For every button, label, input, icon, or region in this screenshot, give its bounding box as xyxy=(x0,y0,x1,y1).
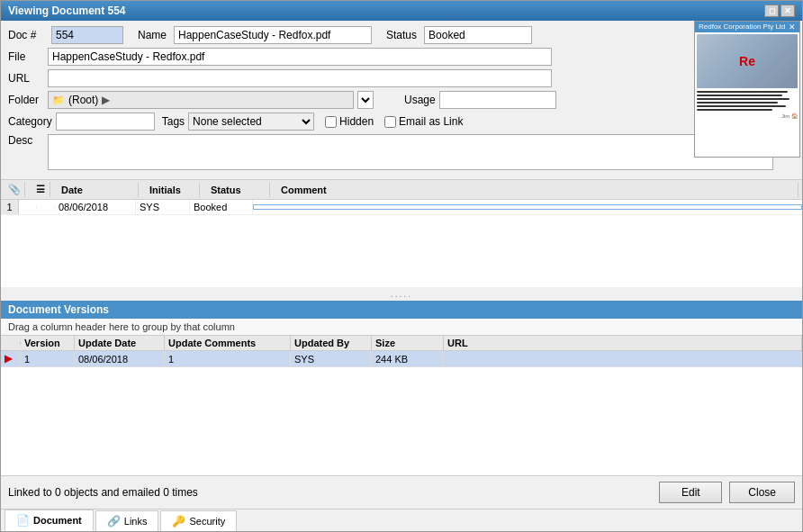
list-icon: ☰ xyxy=(36,184,45,194)
document-tab-icon: 📄 xyxy=(16,514,30,527)
category-label: Category xyxy=(8,115,52,128)
history-cell-attachment xyxy=(19,205,37,209)
folder-row: Folder 📁 (Root) ▶ ▼ Usage xyxy=(8,91,795,109)
linked-emails-count: 0 xyxy=(163,486,169,499)
email-as-link-checkbox[interactable] xyxy=(384,116,396,128)
category-row: Category Tags None selected Hidden Email… xyxy=(8,113,795,131)
desc-textarea[interactable] xyxy=(48,134,773,170)
bottom-bar: Linked to 0 objects and emailed 0 times … xyxy=(1,475,802,509)
versions-col-update-comments[interactable]: Update Comments xyxy=(165,336,291,350)
close-button[interactable]: ✕ xyxy=(780,5,795,17)
doc-row: Doc # Name Status xyxy=(8,26,795,44)
history-col-date: Date xyxy=(58,183,139,197)
doc-input[interactable] xyxy=(51,26,123,44)
form-section: Doc # Name Status File URL xyxy=(1,21,802,179)
versions-row[interactable]: ▶ 1 08/06/2018 1 SYS 244 KB xyxy=(1,351,802,367)
file-input[interactable] xyxy=(48,48,552,66)
versions-col-updated-by[interactable]: Updated By xyxy=(291,336,372,350)
close-button-bottom[interactable]: Close xyxy=(729,482,795,503)
folder-select[interactable]: ▼ xyxy=(357,91,374,109)
versions-cell-size: 244 KB xyxy=(372,352,444,366)
versions-col-version[interactable]: Version xyxy=(21,336,75,350)
hidden-checkbox[interactable] xyxy=(325,116,337,128)
title-bar: Viewing Document 554 ◻ ✕ xyxy=(1,1,802,21)
file-row: File xyxy=(8,48,795,66)
versions-col-size[interactable]: Size xyxy=(372,336,444,350)
versions-cell-date: 08/06/2018 xyxy=(75,352,165,366)
content-area: Doc # Name Status File URL xyxy=(1,21,802,531)
history-col-comment: Comment xyxy=(277,183,798,197)
tags-select[interactable]: None selected xyxy=(188,113,314,131)
tab-security[interactable]: 🔑 Security xyxy=(160,510,237,531)
versions-col-header: Version Update Date Update Comments Upda… xyxy=(1,336,802,351)
hidden-checkbox-label: Hidden xyxy=(325,115,374,128)
preview-title-bar: Redfox Corporation Pty Ltd ✕ xyxy=(695,22,799,32)
linked-objects-count: 0 xyxy=(55,486,61,499)
folder-label: Folder xyxy=(8,94,44,106)
history-col-list: ☰ xyxy=(32,182,50,197)
preview-close-button[interactable]: ✕ xyxy=(789,23,796,32)
tab-links-label: Links xyxy=(124,516,148,527)
history-row: 1 08/06/2018 SYS Booked xyxy=(1,200,802,215)
tags-label: Tags xyxy=(162,115,185,128)
versions-col-update-date[interactable]: Update Date xyxy=(75,336,165,350)
resize-dots: ..... xyxy=(391,289,412,299)
linked-info: Linked to 0 objects and emailed 0 times xyxy=(8,486,198,499)
usage-input[interactable] xyxy=(439,91,556,109)
history-cell-status: Booked xyxy=(190,200,253,214)
folder-icon: 📁 xyxy=(52,95,65,106)
name-input[interactable] xyxy=(174,26,372,44)
history-cell-comment[interactable] xyxy=(253,204,802,210)
file-label: File xyxy=(8,50,44,63)
url-row: URL xyxy=(8,69,795,87)
preview-img-text: Re xyxy=(739,54,755,68)
links-tab-icon: 🔗 xyxy=(107,515,121,527)
versions-col-url[interactable]: URL xyxy=(444,336,802,350)
history-cell-initials: SYS xyxy=(136,200,190,214)
versions-cell-version: 1 xyxy=(21,352,75,366)
versions-list: ▶ 1 08/06/2018 1 SYS 244 KB xyxy=(1,351,802,475)
tab-bar: 📄 Document 🔗 Links 🔑 Security xyxy=(1,509,802,531)
email-as-link-checkbox-label: Email as Link xyxy=(384,115,463,128)
form-wrapper: Doc # Name Status File URL xyxy=(1,21,802,179)
versions-cell-url xyxy=(444,357,802,361)
edit-button[interactable]: Edit xyxy=(659,482,722,503)
desc-row: Desc 📎 xyxy=(8,134,795,170)
history-cell-list xyxy=(37,205,55,209)
history-section: 📎 ☰ Date Initials Status Comment 1 08/06… xyxy=(1,179,802,287)
paperclip-icon: 📎 xyxy=(8,184,21,194)
tab-document[interactable]: 📄 Document xyxy=(5,509,94,531)
preview-panel: Redfox Corporation Pty Ltd ✕ Re xyxy=(694,21,800,158)
status-input[interactable] xyxy=(424,26,532,44)
preview-bottom-logo: Jim 🏠 xyxy=(697,113,798,119)
hidden-label: Hidden xyxy=(339,115,374,128)
email-as-link-label: Email as Link xyxy=(399,115,463,128)
preview-image: Re xyxy=(697,34,798,88)
doc-label: Doc # xyxy=(8,29,44,41)
versions-col-icon xyxy=(1,341,21,345)
desc-label: Desc xyxy=(8,134,44,147)
history-row-num: 1 xyxy=(1,200,19,214)
linked-text-end: times xyxy=(169,486,198,499)
resize-handle[interactable]: ..... xyxy=(1,287,802,301)
folder-arrow: ▶ xyxy=(102,94,110,106)
url-label: URL xyxy=(8,72,44,85)
folder-input[interactable]: 📁 (Root) ▶ xyxy=(48,91,354,109)
tab-links[interactable]: 🔗 Links xyxy=(95,510,159,531)
status-label: Status xyxy=(386,29,417,41)
versions-cell-icon: ▶ xyxy=(1,351,21,366)
versions-header-bar: Document Versions xyxy=(1,301,802,319)
tab-security-label: Security xyxy=(189,516,225,527)
usage-label: Usage xyxy=(404,94,436,106)
bottom-buttons: Edit Close xyxy=(659,482,795,503)
linked-text-middle: objects and emailed xyxy=(61,486,163,499)
category-input[interactable] xyxy=(56,113,155,131)
folder-value: (Root) xyxy=(68,94,98,106)
versions-header-text: Document Versions xyxy=(8,303,109,316)
restore-button[interactable]: ◻ xyxy=(764,5,779,17)
window-title: Viewing Document 554 xyxy=(8,5,125,17)
preview-text-lines xyxy=(697,91,798,111)
url-input[interactable] xyxy=(48,69,552,87)
tab-document-label: Document xyxy=(33,515,82,526)
linked-text-prefix: Linked to xyxy=(8,486,55,499)
